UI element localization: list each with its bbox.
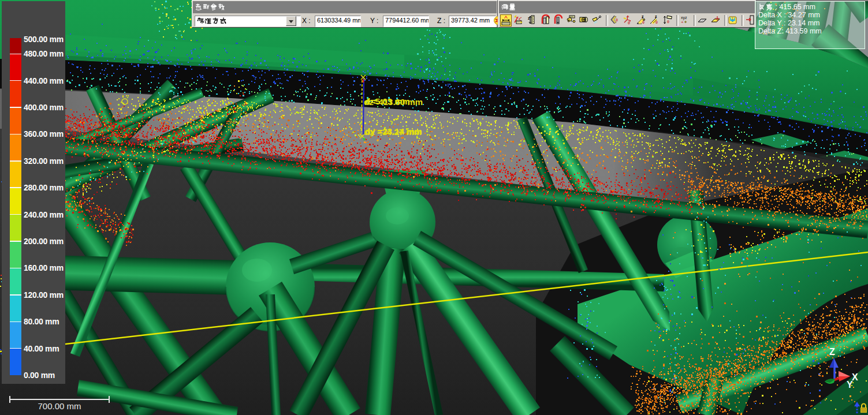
svg-text:θ: θ <box>655 20 658 24</box>
svg-text:Y: Y <box>847 380 853 390</box>
svg-text:θ: θ <box>667 20 669 24</box>
svg-text:Z: Z <box>829 347 835 357</box>
svg-text:θ: θ <box>628 21 630 25</box>
svg-text:z: z <box>642 14 644 18</box>
svg-text:+: + <box>681 20 684 25</box>
svg-text:θ: θ <box>616 18 618 22</box>
svg-text:θ: θ <box>642 20 645 24</box>
svg-text:z: z <box>655 14 657 18</box>
